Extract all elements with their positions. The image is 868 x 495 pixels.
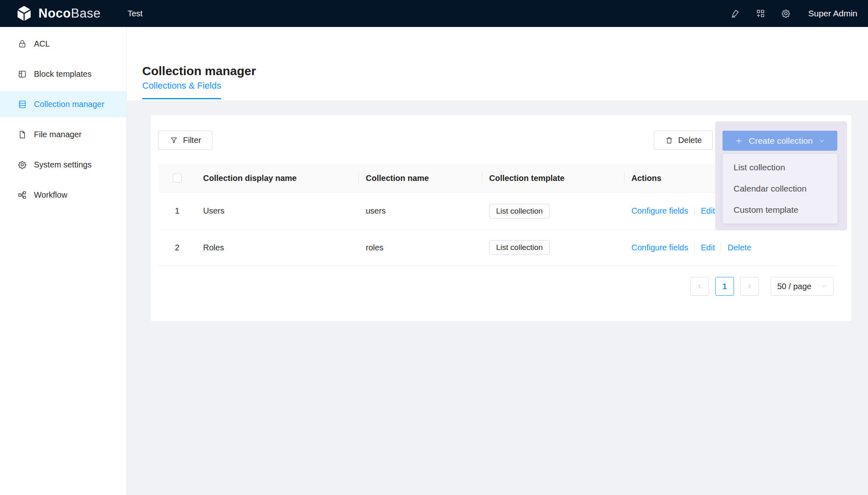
sidebar-item-collection-manager[interactable]: Collection manager	[0, 91, 126, 117]
logo-text-light: Base	[71, 6, 101, 21]
layout-icon	[18, 69, 27, 79]
page-size-select[interactable]: 50 / page	[771, 277, 834, 296]
cell-name: users	[359, 206, 482, 216]
logo-text-bold: Noco	[38, 6, 71, 21]
tab-collections-and-fields[interactable]: Collections & Fields	[142, 80, 221, 99]
create-collection-button[interactable]: Create collection	[723, 131, 837, 151]
content-area: Filter Delete Create collection	[127, 101, 868, 495]
trash-icon	[665, 136, 673, 145]
header-menu: Test	[124, 0, 146, 27]
sidebar-item-acl[interactable]: ACL	[0, 31, 126, 57]
sidebar-item-label: Collection manager	[34, 100, 104, 109]
plus-icon	[735, 137, 743, 145]
chevron-left-icon	[696, 283, 703, 290]
template-tag: List collection	[489, 204, 550, 219]
sidebar: ACL Block templates Collection manager	[0, 27, 127, 495]
settings-button[interactable]	[773, 0, 799, 27]
column-header-display-name: Collection display name	[196, 164, 359, 192]
cell-name: roles	[359, 243, 482, 252]
filter-icon	[170, 136, 178, 145]
chevron-down-icon	[821, 283, 827, 290]
configure-fields-link[interactable]: Configure fields	[631, 206, 688, 215]
dropdown-item-calendar-collection[interactable]: Calendar collection	[723, 178, 837, 199]
dropdown-item-list-collection[interactable]: List collection	[723, 157, 837, 178]
sidebar-item-block-templates[interactable]: Block templates	[0, 61, 126, 87]
filter-button[interactable]: Filter	[158, 131, 213, 150]
sidebar-item-label: Workflow	[34, 190, 67, 200]
cell-display-name: Roles	[196, 243, 359, 252]
lock-icon	[18, 39, 27, 49]
nocobase-app: NocoBase Test	[0, 0, 868, 495]
row-index: 1	[158, 206, 196, 216]
tabs-bar: Collections & Fields	[142, 80, 221, 99]
gear-icon	[781, 9, 791, 18]
sidebar-item-label: File manager	[34, 130, 82, 139]
delete-button[interactable]: Delete	[654, 131, 713, 150]
edit-link[interactable]: Edit	[701, 243, 715, 252]
page-title: Collection manager	[142, 63, 256, 79]
sidebar-item-label: ACL	[34, 39, 50, 49]
pagination: 1 50 / page	[690, 277, 834, 296]
next-page-button[interactable]	[740, 277, 759, 296]
column-header-name: Collection name	[359, 164, 482, 192]
sidebar-item-file-manager[interactable]: File manager	[0, 121, 126, 147]
cell-actions: Configure fieldsEditDelete	[624, 243, 837, 252]
configure-fields-link[interactable]: Configure fields	[631, 243, 688, 252]
create-collection-dropdown: List collection Calendar collection Cust…	[723, 154, 837, 223]
action-divider	[721, 244, 721, 252]
delete-link[interactable]: Delete	[727, 243, 751, 252]
collections-card: Filter Delete Create collection	[151, 115, 851, 321]
logo-cube-icon	[16, 5, 33, 22]
appstore-add-icon	[756, 9, 765, 18]
previous-page-button[interactable]	[690, 277, 709, 296]
page-number-button[interactable]: 1	[715, 277, 734, 296]
file-icon	[18, 130, 27, 139]
nocobase-logo[interactable]: NocoBase	[0, 5, 101, 22]
nav-menu-item-test[interactable]: Test	[124, 0, 146, 27]
top-navbar: NocoBase Test	[0, 0, 868, 27]
select-all-checkbox[interactable]	[173, 174, 182, 183]
navbar-right: Super Admin	[723, 0, 868, 27]
cell-display-name: Users	[196, 206, 359, 216]
row-index: 2	[158, 243, 196, 252]
chevron-right-icon	[746, 283, 753, 290]
user-menu[interactable]: Super Admin	[808, 9, 857, 18]
sidebar-item-workflow[interactable]: Workflow	[0, 182, 126, 208]
page-header: Collection manager Collections & Fields	[127, 27, 868, 101]
database-icon	[18, 100, 27, 109]
chevron-down-icon	[819, 138, 825, 144]
column-header-template: Collection template	[482, 164, 624, 192]
action-divider	[694, 244, 695, 252]
sidebar-item-system-settings[interactable]: System settings	[0, 152, 126, 178]
edit-link[interactable]: Edit	[701, 206, 715, 215]
template-tag: List collection	[489, 240, 550, 255]
gear-icon	[18, 160, 27, 169]
action-divider	[694, 207, 695, 215]
ui-editor-button[interactable]	[723, 0, 748, 27]
dropdown-item-custom-template[interactable]: Custom template	[723, 199, 837, 221]
sidebar-item-label: System settings	[34, 160, 92, 169]
plugin-manager-button[interactable]	[748, 0, 773, 27]
table-row: 2 Roles roles List collection Configure …	[158, 229, 837, 266]
partition-icon	[18, 190, 27, 200]
highlighter-icon	[730, 9, 740, 18]
sidebar-item-label: Block templates	[34, 69, 92, 79]
